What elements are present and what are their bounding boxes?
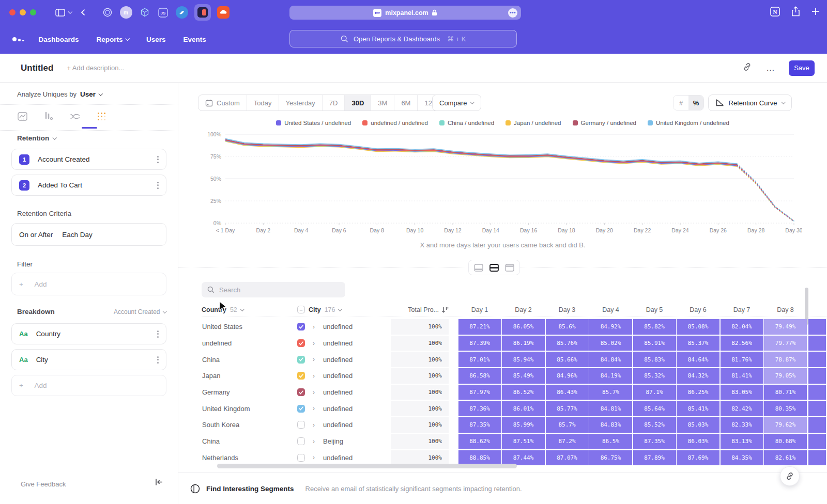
retention-value-cell[interactable]: 81.41% xyxy=(721,368,763,384)
breakdown-menu-icon[interactable] xyxy=(157,330,159,338)
nav-item-dashboards[interactable]: Dashboards xyxy=(39,36,79,43)
expand-row-icon[interactable]: › xyxy=(313,389,315,396)
total-column-header[interactable]: Total Pro... xyxy=(391,306,449,313)
view-chart-only-icon[interactable] xyxy=(472,261,485,274)
retention-value-cell[interactable]: 84.84% xyxy=(589,352,632,367)
retention-value-cell[interactable]: 85.94% xyxy=(502,352,545,367)
retention-value-cell[interactable]: 85.77% xyxy=(546,401,589,417)
retention-value-cell[interactable]: 87.21% xyxy=(458,319,501,335)
share-icon[interactable] xyxy=(791,6,800,19)
expand-row-icon[interactable]: › xyxy=(313,421,315,429)
retention-value-cell[interactable]: 83.13% xyxy=(721,434,763,449)
legend-item[interactable]: United Kingdom / undefined xyxy=(648,120,729,126)
series-checkbox-checked[interactable] xyxy=(297,356,305,364)
tab-favicon-mixpanel-active[interactable] xyxy=(194,4,211,21)
retention-value-cell[interactable]: 87.97% xyxy=(458,385,501,400)
series-checkbox-checked[interactable] xyxy=(297,405,305,413)
retention-value-cell[interactable]: 84.96% xyxy=(546,368,589,384)
tab-funnels[interactable] xyxy=(42,109,55,123)
retention-value-cell[interactable]: 86.25% xyxy=(677,385,719,400)
retention-value-cell[interactable]: 87.69% xyxy=(677,450,719,466)
criteria-on-or-after[interactable]: On or After xyxy=(19,231,53,239)
new-tab-icon[interactable] xyxy=(811,7,820,18)
retention-value-cell[interactable]: 86.19% xyxy=(502,336,545,351)
nav-item-events[interactable]: Events xyxy=(183,36,206,43)
range-6m[interactable]: 6M xyxy=(394,95,418,111)
retention-criteria-card[interactable]: On or After Each Day xyxy=(11,223,166,246)
retention-value-cell[interactable]: 79.05% xyxy=(764,368,807,384)
legend-item[interactable]: Germany / undefined xyxy=(573,120,636,126)
retention-value-cell[interactable]: 85.32% xyxy=(633,368,676,384)
retention-value-cell[interactable]: 86.52% xyxy=(502,385,545,400)
retention-line-chart[interactable]: 0%25%50%75%100%< 1 DayDay 2Day 4Day 6Day… xyxy=(203,129,802,240)
table-search-input[interactable]: Search xyxy=(202,282,345,297)
expand-row-icon[interactable]: › xyxy=(313,356,315,363)
retention-value-cell[interactable]: 83.05% xyxy=(721,385,763,400)
day-column-header[interactable]: Day 1 xyxy=(458,306,501,313)
retention-value-cell[interactable]: 82.33% xyxy=(721,417,763,433)
zoom-window-button[interactable] xyxy=(30,9,36,15)
save-button[interactable]: Save xyxy=(789,60,815,76)
horizontal-scrollbar[interactable] xyxy=(217,464,517,468)
retention-value-cell[interactable]: 85.08% xyxy=(677,319,719,335)
retention-value-cell[interactable]: 85.91% xyxy=(633,336,676,351)
give-feedback-link[interactable]: Give Feedback xyxy=(21,480,66,488)
retention-value-cell[interactable]: 85.37% xyxy=(677,336,719,351)
retention-value-cell[interactable]: 85.7% xyxy=(546,417,589,433)
breakdown-menu-icon[interactable] xyxy=(157,356,159,364)
series-checkbox-unchecked[interactable] xyxy=(297,437,305,445)
retention-value-cell[interactable]: 87.51% xyxy=(502,434,545,449)
retention-value-cell[interactable]: 87.44% xyxy=(502,450,545,466)
day-column-header[interactable]: Day 8 xyxy=(764,306,807,313)
retention-value-cell[interactable]: 79.49% xyxy=(764,319,807,335)
add-description[interactable]: + Add description... xyxy=(67,64,124,72)
tab-favicon-soundcloud[interactable] xyxy=(217,6,229,19)
retention-value-cell[interactable]: 87.1% xyxy=(633,385,676,400)
day-column-header[interactable]: Day 6 xyxy=(677,306,719,313)
retention-value-cell[interactable]: 78.87% xyxy=(764,352,807,367)
tab-favicon-js[interactable]: JS xyxy=(157,6,170,19)
retention-value-cell[interactable]: 82.61% xyxy=(764,450,807,466)
retention-value-cell[interactable]: 85.7% xyxy=(589,385,632,400)
range-today[interactable]: Today xyxy=(247,95,279,111)
range-custom[interactable]: Custom xyxy=(198,95,247,111)
collapse-sidebar-icon[interactable] xyxy=(155,478,163,488)
series-checkbox-checked[interactable] xyxy=(297,372,305,380)
series-checkbox-unchecked[interactable] xyxy=(297,454,305,462)
format-percent-option[interactable]: % xyxy=(688,96,703,110)
nav-item-reports[interactable]: Reports xyxy=(97,36,129,43)
day-column-header[interactable]: Day 7 xyxy=(721,306,763,313)
expand-row-icon[interactable]: › xyxy=(313,372,315,380)
range-yesterday[interactable]: Yesterday xyxy=(279,95,323,111)
retention-value-cell[interactable]: 84.19% xyxy=(589,368,632,384)
retention-value-cell[interactable]: 85.99% xyxy=(502,417,545,433)
retention-value-cell[interactable]: 86.58% xyxy=(458,368,501,384)
breakdown-event-selector[interactable]: Account Created xyxy=(114,308,166,316)
retention-value-cell[interactable]: 86.03% xyxy=(677,434,719,449)
expand-row-icon[interactable]: › xyxy=(313,405,315,412)
sidebar-toggle-icon[interactable] xyxy=(55,9,65,17)
retention-value-cell[interactable]: 86.05% xyxy=(502,319,545,335)
tab-favicon-avatar[interactable]: m xyxy=(120,6,132,19)
chart-type-selector[interactable]: Retention Curve xyxy=(708,94,792,111)
country-column-header[interactable]: Country52 xyxy=(202,306,297,313)
retention-value-cell[interactable]: 87.2% xyxy=(546,434,589,449)
analyze-value[interactable]: User xyxy=(80,90,96,98)
legend-item[interactable]: China / undefined xyxy=(439,120,494,126)
compare-button[interactable]: Compare xyxy=(432,94,481,111)
tab-favicon-rings[interactable] xyxy=(101,6,114,19)
filter-add-button[interactable]: + Add xyxy=(11,273,166,295)
step-menu-icon[interactable] xyxy=(157,156,159,163)
retention-value-cell[interactable]: 87.35% xyxy=(458,417,501,433)
series-checkbox-checked[interactable] xyxy=(297,323,305,330)
expand-row-icon[interactable]: › xyxy=(313,454,315,461)
legend-item[interactable]: Japan / undefined xyxy=(506,120,561,126)
view-split-icon-selected[interactable] xyxy=(487,261,501,274)
tab-favicon-bird[interactable] xyxy=(176,6,188,19)
retention-value-cell[interactable]: 85.66% xyxy=(546,352,589,367)
range-3m[interactable]: 3M xyxy=(371,95,394,111)
find-segments-title[interactable]: Find Interesting Segments xyxy=(206,485,294,493)
retention-value-cell[interactable]: 84.35% xyxy=(721,450,763,466)
day-column-header[interactable]: Day 4 xyxy=(589,306,632,313)
criteria-each-day[interactable]: Each Day xyxy=(62,231,93,239)
